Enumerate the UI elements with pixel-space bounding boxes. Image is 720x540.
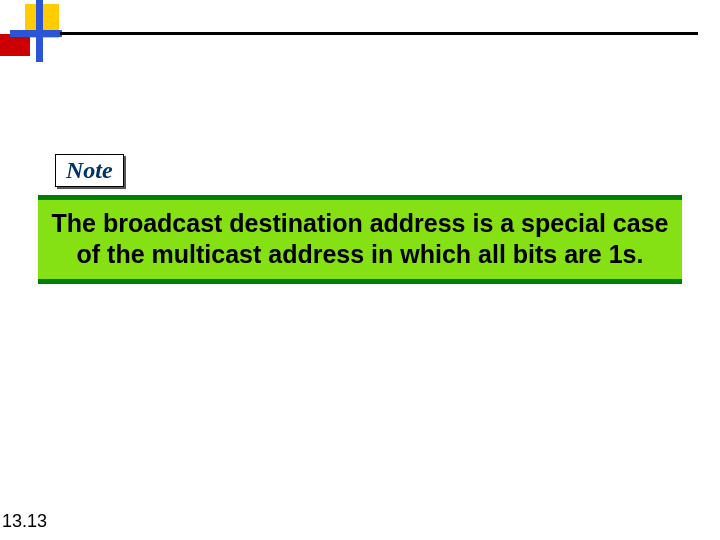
note-body-container: The broadcast destination address is a s…: [38, 195, 682, 284]
note-body-text: The broadcast destination address is a s…: [38, 200, 682, 279]
page-number: 13.13: [2, 511, 47, 532]
note-label: Note: [55, 154, 124, 187]
slide-logo: [0, 0, 65, 65]
note-bottom-bar: [38, 279, 682, 284]
top-divider: [60, 32, 698, 35]
logo-red-block: [0, 34, 30, 56]
logo-blue-vertical: [36, 0, 43, 62]
